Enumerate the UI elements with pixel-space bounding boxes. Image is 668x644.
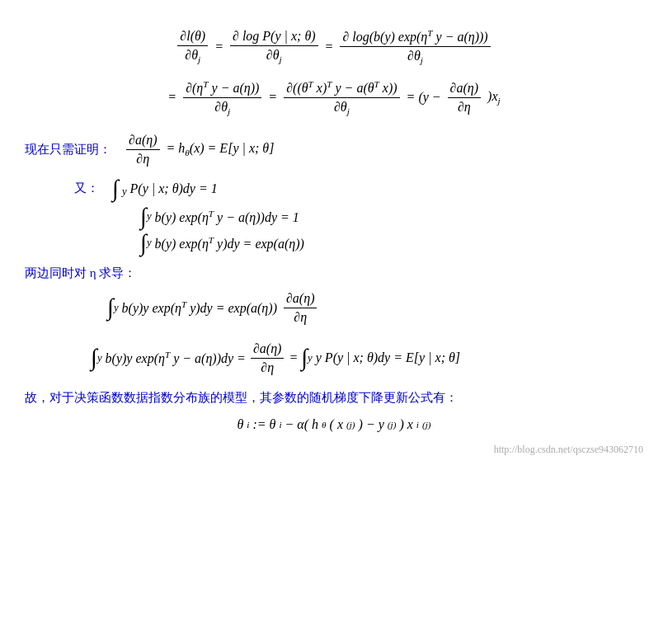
frac-logbexp: ∂ log(b(y) exp(ηT y − a(η))) ∂θj: [340, 28, 490, 66]
eq-bexp-1: ∫y b(y) exp(ηT y − a(η))dy = 1: [140, 206, 643, 228]
diff-intro: 两边同时对 η 求导：: [25, 266, 643, 281]
eq-long: ∫y b(y)y exp(ηT y − a(η))dy = ∂a(η) ∂η =…: [91, 341, 643, 375]
eq-line-1: ∂l(θ) ∂θj = ∂ log P(y | x; θ) ∂θj = ∂ lo…: [25, 28, 643, 66]
eq-line-2: = ∂(ηT y − a(η)) ∂θj = ∂((θT x)T y − a(θ…: [25, 79, 643, 117]
also-section: 又： ∫y P(y | x; θ)dy = 1 ∫y b(y) exp(ηT y…: [74, 178, 643, 254]
conclusion-text: 故，对于决策函数数据指数分布族的模型，其参数的随机梯度下降更新公式有：: [25, 390, 643, 406]
conclusion-section: 故，对于决策函数数据指数分布族的模型，其参数的随机梯度下降更新公式有： θi :…: [25, 390, 643, 432]
chinese-intro-text: 现在只需证明：: [25, 142, 111, 157]
frac-da-proof: ∂a(η) ∂η: [126, 133, 160, 167]
frac-logP: ∂ log P(y | x; θ) ∂θj: [230, 29, 318, 64]
frac-da-result: ∂a(η) ∂η: [284, 291, 318, 325]
equation-section-1: ∂l(θ) ∂θj = ∂ log P(y | x; θ) ∂θj = ∂ lo…: [25, 28, 643, 116]
main-content: ∂l(θ) ∂θj = ∂ log P(y | x; θ) ∂θj = ∂ lo…: [25, 28, 643, 456]
eq-diff-result: ∫y b(y)y exp(ηT y)dy = exp(a(η)) ∂a(η) ∂…: [107, 291, 643, 325]
chinese-also-text: 又：: [74, 181, 99, 196]
chinese-diff-text: 两边同时对 η 求导：: [25, 266, 136, 281]
proof-intro: 现在只需证明： ∂a(η) ∂η = hθ(x) = E[y | x; θ]: [25, 133, 643, 167]
frac-etaTy: ∂(ηT y − a(η)) ∂θj: [183, 79, 261, 117]
frac-da-long1: ∂a(η) ∂η: [251, 341, 285, 375]
frac-thetaTx: ∂((θT x)T y − a(θT x)) ∂θj: [284, 79, 399, 117]
eq-bexp-2: ∫y b(y) exp(ηT y)dy = exp(a(η)): [140, 233, 643, 254]
long-eq-section: ∫y b(y)y exp(ηT y − a(η))dy = ∂a(η) ∂η =…: [25, 341, 643, 375]
frac-da-deta: ∂a(η) ∂η: [448, 81, 482, 115]
watermark: http://blog.csdn.net/qsczse943062710: [25, 444, 643, 456]
proof-section: 现在只需证明： ∂a(η) ∂η = hθ(x) = E[y | x; θ]: [25, 133, 643, 167]
chinese-conclusion-text: 故，对于决策函数数据指数分布族的模型，其参数的随机梯度下降更新公式有：: [25, 390, 458, 406]
frac-dl-dtheta: ∂l(θ) ∂θj: [177, 29, 208, 64]
also-line: 又： ∫y P(y | x; θ)dy = 1: [74, 178, 643, 200]
diff-section: 两边同时对 η 求导： ∫y b(y)y exp(ηT y)dy = exp(a…: [25, 266, 643, 325]
eq-update-rule: θi := θi − α(hθ(x(j)) − y(j))xi(j): [25, 417, 643, 432]
